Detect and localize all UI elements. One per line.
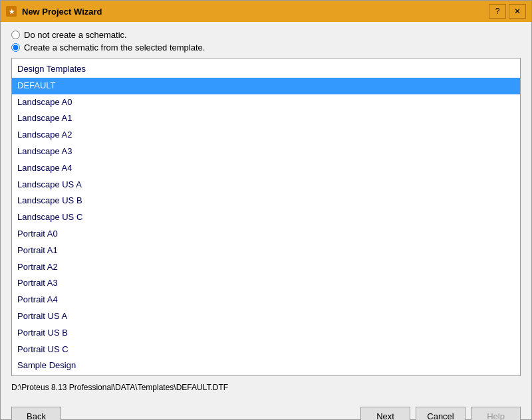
main-window: ★ New Project Wizard ? ✕ Do not create a… (0, 0, 532, 420)
path-bar: D:\Proteus 8.13 Professional\DATA\Templa… (11, 381, 521, 393)
title-bar: ★ New Project Wizard ? ✕ (1, 1, 531, 22)
list-item[interactable]: Portrait A2 (12, 259, 520, 276)
list-item[interactable]: Design Templates (12, 60, 520, 78)
radio-no-schematic-input[interactable] (11, 31, 20, 39)
list-item[interactable]: Sample Design (12, 358, 520, 374)
next-button[interactable]: Next (360, 407, 410, 420)
list-item[interactable]: Landscape US B (12, 193, 520, 209)
footer-left: Back (11, 407, 61, 420)
list-item[interactable]: Portrait US B (12, 325, 520, 342)
list-item[interactable]: Portrait A4 (12, 292, 520, 308)
radio-no-schematic-label: Do not create a schematic. (24, 30, 127, 40)
template-list-container[interactable]: Design TemplatesDEFAULTLandscape A0Lands… (11, 58, 521, 376)
list-item[interactable]: Landscape A1 (12, 110, 520, 127)
back-button[interactable]: Back (11, 407, 61, 420)
title-bar-buttons: ? ✕ (489, 4, 526, 19)
list-item[interactable]: Portrait A3 (12, 275, 520, 292)
list-item[interactable]: Landscape A2 (12, 127, 520, 144)
footer-right: Next Cancel Help (360, 407, 521, 420)
help-button[interactable]: ? (489, 4, 506, 19)
template-list: Design TemplatesDEFAULTLandscape A0Lands… (12, 58, 520, 375)
footer: Back Next Cancel Help (1, 401, 531, 420)
list-item[interactable]: Landscape A4 (12, 160, 520, 177)
list-item[interactable]: Portrait US C (12, 342, 520, 358)
list-item[interactable]: DEFAULT (12, 78, 520, 94)
cancel-button[interactable]: Cancel (416, 407, 466, 420)
radio-from-template-input[interactable] (11, 43, 20, 52)
window-title: New Project Wizard (22, 7, 489, 17)
radio-from-template-label: Create a schematic from the selected tem… (24, 43, 205, 52)
list-item[interactable]: Portrait US A (12, 308, 520, 325)
list-item[interactable]: Landscape US A (12, 177, 520, 193)
radio-no-schematic[interactable]: Do not create a schematic. (11, 30, 521, 40)
close-button[interactable]: ✕ (509, 4, 526, 19)
list-item[interactable]: Landscape A0 (12, 94, 520, 111)
radio-group: Do not create a schematic. Create a sche… (11, 30, 521, 52)
list-item[interactable]: Portrait A1 (12, 243, 520, 259)
main-content: Do not create a schematic. Create a sche… (1, 22, 531, 401)
radio-from-template[interactable]: Create a schematic from the selected tem… (11, 43, 521, 52)
list-item[interactable]: Landscape A3 (12, 144, 520, 160)
list-item[interactable]: Landscape US C (12, 209, 520, 226)
help-footer-button[interactable]: Help (471, 407, 521, 420)
app-icon: ★ (6, 6, 17, 17)
list-item[interactable]: Portrait A0 (12, 226, 520, 243)
